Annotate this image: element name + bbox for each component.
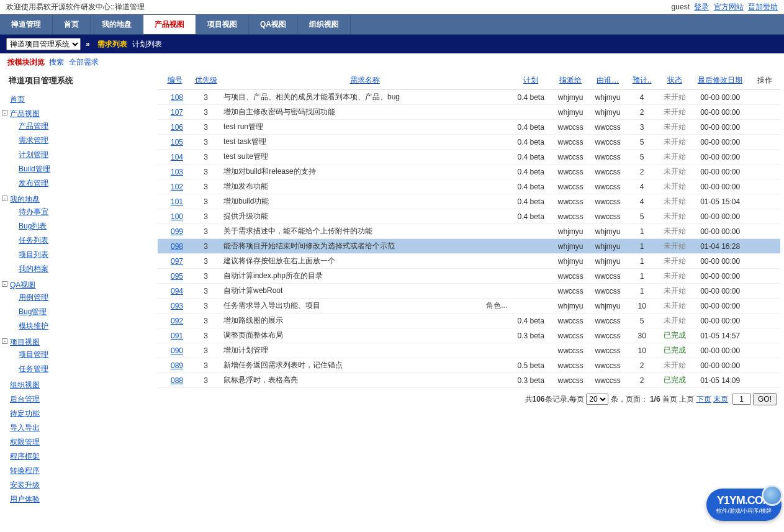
story-id-link[interactable]: 102 xyxy=(171,183,183,191)
subtab-1[interactable]: 计划列表 xyxy=(130,38,164,50)
story-id-link[interactable]: 105 xyxy=(171,138,183,147)
nav-tab-3[interactable]: 产品视图 xyxy=(143,15,196,34)
col-sort[interactable]: 需求名称 xyxy=(350,76,380,84)
table-row[interactable]: 0953自动计算index.php所在的目录wwccsswwccss1未开始00… xyxy=(158,269,780,284)
go-button[interactable]: GO! xyxy=(753,393,777,405)
nav-tab-4[interactable]: 项目视图 xyxy=(196,15,249,34)
nav-tab-1[interactable]: 首页 xyxy=(53,15,91,34)
table-row[interactable]: 0993关于需求描述中，能不能给个上传附件的功能whjmyuwhjmyu1未开始… xyxy=(158,224,780,239)
nav-tab-6[interactable]: 组织视图 xyxy=(298,15,351,34)
tree-leaf[interactable]: 计划管理 xyxy=(19,150,48,159)
tree-leaf[interactable]: 产品管理 xyxy=(19,122,48,130)
col-sort[interactable]: 状态 xyxy=(667,76,682,84)
tree-node[interactable]: 导入导出 xyxy=(10,423,40,432)
tree-node[interactable]: 后台管理 xyxy=(10,395,40,404)
tree-node[interactable]: 产品视图 xyxy=(10,109,40,118)
search-tab[interactable]: 搜索 xyxy=(49,58,64,66)
table-row[interactable]: 0883鼠标悬浮时，表格高亮0.3 betawwccsswwccss2已完成01… xyxy=(158,373,780,388)
table-row[interactable]: 1053test task管理0.4 betawwccsswwccss5未开始0… xyxy=(158,135,780,150)
story-id-link[interactable]: 092 xyxy=(171,317,183,325)
col-sort[interactable]: 编号 xyxy=(168,76,182,84)
tree-node[interactable]: 组织视图 xyxy=(10,381,40,389)
tree-toggle[interactable]: - xyxy=(2,196,7,201)
story-id-link[interactable]: 108 xyxy=(171,93,183,102)
tree-leaf[interactable]: 任务管理 xyxy=(19,364,48,373)
tree-leaf[interactable]: 用例管理 xyxy=(19,293,48,302)
product-select[interactable]: 禅道项目管理系统 xyxy=(6,38,81,50)
story-id-link[interactable]: 090 xyxy=(171,346,183,355)
table-row[interactable]: 0923增加路线图的展示0.4 betawwccsswwccss5未开始00-0… xyxy=(158,313,780,328)
tree-node[interactable]: QA视图 xyxy=(10,281,35,289)
table-row[interactable]: 1063test run管理0.4 betawwccsswwccss3未开始00… xyxy=(158,120,780,135)
story-id-link[interactable]: 095 xyxy=(171,272,183,281)
nav-tab-0[interactable]: 禅道管理 xyxy=(0,15,53,34)
tree-leaf[interactable]: Bug管理 xyxy=(19,307,47,316)
table-row[interactable]: 0943自动计算webRootwwccsswwccss1未开始00-00 00:… xyxy=(158,284,780,299)
nav-tab-5[interactable]: QA视图 xyxy=(249,15,298,34)
story-id-link[interactable]: 094 xyxy=(171,287,183,295)
table-row[interactable]: 1033增加对build和release的支持0.4 betawwccsswwc… xyxy=(158,165,780,179)
tree-toggle[interactable]: - xyxy=(2,281,7,287)
tree-leaf[interactable]: 项目列表 xyxy=(19,250,48,259)
tree-leaf[interactable]: 模块维护 xyxy=(19,322,48,330)
story-id-link[interactable]: 091 xyxy=(171,331,183,340)
tree-node[interactable]: 权限管理 xyxy=(10,438,40,446)
story-id-link[interactable]: 106 xyxy=(171,123,183,132)
table-row[interactable]: 1023增加发布功能0.4 betawwccsswwccss4未开始00-00 … xyxy=(158,179,780,194)
story-id-link[interactable]: 103 xyxy=(171,168,183,176)
nav-tab-2[interactable]: 我的地盘 xyxy=(91,15,143,34)
tree-node[interactable]: 我的地盘 xyxy=(10,195,40,204)
story-id-link[interactable]: 089 xyxy=(171,361,183,370)
story-id-link[interactable]: 088 xyxy=(171,376,183,385)
tree-node[interactable]: 首页 xyxy=(10,95,25,104)
table-row[interactable]: 0903增加计划管理wwccsswwccss10已完成00-00 00:00 xyxy=(158,343,780,358)
story-id-link[interactable]: 097 xyxy=(171,257,183,266)
tree-leaf[interactable]: Bug列表 xyxy=(19,222,47,230)
col-sort[interactable]: 优先级 xyxy=(195,76,217,84)
col-sort[interactable]: 由谁… xyxy=(597,76,619,84)
tree-leaf[interactable]: 项目管理 xyxy=(19,350,48,359)
col-sort[interactable]: 计划 xyxy=(523,76,538,84)
story-id-link[interactable]: 100 xyxy=(171,212,183,221)
tree-node[interactable]: 待定功能 xyxy=(10,409,40,418)
official-link[interactable]: 官方网站 xyxy=(714,2,744,11)
tree-node[interactable]: 转换程序 xyxy=(10,466,40,475)
table-row[interactable]: 1043test suite管理0.4 betawwccsswwccss5未开始… xyxy=(158,150,780,165)
table-row[interactable]: 0973建议将保存按钮放在右上面放一个whjmyuwhjmyu1未开始00-00… xyxy=(158,254,780,269)
story-id-link[interactable]: 104 xyxy=(171,153,183,161)
per-page-select[interactable]: 20 xyxy=(586,394,608,405)
login-link[interactable]: 登录 xyxy=(694,2,709,11)
goto-page-input[interactable] xyxy=(732,394,751,405)
table-row[interactable]: 1003提供升级功能0.4 betawwccsswwccss5未开始00-00 … xyxy=(158,209,780,224)
tree-node[interactable]: 用户体验 xyxy=(10,495,40,503)
tree-leaf[interactable]: Build管理 xyxy=(19,165,50,173)
col-sort[interactable]: 预计.. xyxy=(633,76,652,84)
col-sort[interactable]: 指派给 xyxy=(559,76,582,84)
tree-node[interactable]: 安装升级 xyxy=(10,480,40,489)
table-row[interactable]: 0893新增任务返回需求列表时，记住锚点0.5 betawwccsswwccss… xyxy=(158,358,780,373)
tree-leaf[interactable]: 我的档案 xyxy=(19,264,48,273)
tree-leaf[interactable]: 发布管理 xyxy=(19,179,48,187)
table-row[interactable]: 0983能否将项目开始结束时间修改为选择式或者给个示范whjmyuwhjmyu1… xyxy=(158,239,780,254)
subtab-0[interactable]: 需求列表 xyxy=(95,38,130,50)
col-sort[interactable]: 最后修改日期 xyxy=(698,76,742,84)
story-id-link[interactable]: 101 xyxy=(171,197,183,206)
next-page[interactable]: 下页 xyxy=(696,395,711,404)
story-id-link[interactable]: 107 xyxy=(171,108,183,117)
tree-toggle[interactable]: - xyxy=(2,338,7,344)
donate-link[interactable]: 晋加赞助 xyxy=(748,2,778,11)
table-row[interactable]: 1083与项目、产品、相关的成员才能看到本项、产品、bug0.4 betawhj… xyxy=(158,90,780,105)
tree-leaf[interactable]: 需求管理 xyxy=(19,136,48,145)
story-id-link[interactable]: 098 xyxy=(171,242,183,251)
last-page[interactable]: 末页 xyxy=(713,395,728,404)
story-id-link[interactable]: 093 xyxy=(171,302,183,310)
table-row[interactable]: 1013增加build功能0.4 betawwccsswwccss4未开始01-… xyxy=(158,194,780,209)
tree-toggle[interactable]: - xyxy=(2,110,7,115)
tree-leaf[interactable]: 任务列表 xyxy=(19,236,48,245)
table-row[interactable]: 0933任务需求导入导出功能、项目 角色...whjmyuwhjmyu10未开始… xyxy=(158,299,780,313)
tree-node[interactable]: 项目视图 xyxy=(10,338,40,346)
table-row[interactable]: 0913调整页面整体布局0.3 betawwccsswwccss30已完成01-… xyxy=(158,328,780,343)
tree-leaf[interactable]: 待办事宜 xyxy=(19,207,48,216)
all-stories-tab[interactable]: 全部需求 xyxy=(69,58,99,66)
table-row[interactable]: 1073增加自主修改密码与密码找回功能whjmyuwhjmyu2未开始00-00… xyxy=(158,105,780,120)
